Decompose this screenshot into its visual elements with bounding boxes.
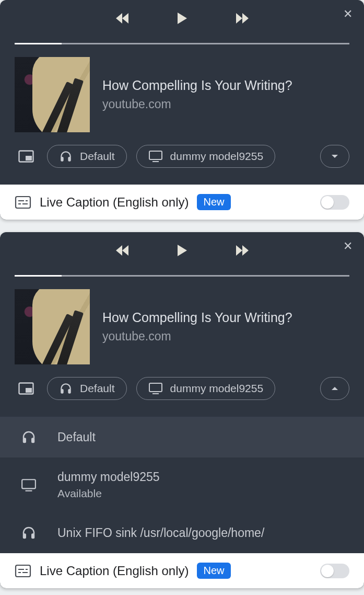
progress-fill <box>15 43 62 44</box>
display-output-pill[interactable]: dummy model9255 <box>136 145 276 168</box>
progress-bar[interactable] <box>15 275 349 277</box>
live-caption-label: Live Caption (English only) <box>40 195 189 210</box>
media-thumbnail <box>15 289 90 364</box>
media-meta: How Compelling Is Your Writing? youtube.… <box>102 78 292 111</box>
media-meta: How Compelling Is Your Writing? youtube.… <box>102 310 292 344</box>
media-thumbnail <box>15 57 90 132</box>
live-caption-bar: Live Caption (English only) New <box>0 553 364 588</box>
headphones-icon <box>21 429 37 445</box>
svg-rect-14 <box>68 389 71 394</box>
svg-rect-1 <box>26 156 32 161</box>
svg-rect-6 <box>16 197 30 208</box>
progress-fill <box>15 275 62 277</box>
svg-rect-23 <box>16 565 30 577</box>
media-control-panel-collapsed: ✕ How Compelling Is Your Writing? youtub… <box>0 0 364 220</box>
display-icon <box>21 478 37 492</box>
live-caption-bar: Live Caption (English only) New <box>0 185 364 220</box>
close-icon[interactable]: ✕ <box>343 241 353 252</box>
svg-rect-4 <box>149 151 162 159</box>
play-button[interactable] <box>177 12 188 25</box>
device-sublabel: Available <box>57 487 160 500</box>
device-label: dummy model9255 <box>57 470 160 484</box>
live-caption-label: Live Caption (English only) <box>40 564 189 578</box>
caption-icon <box>15 564 31 578</box>
forward-button[interactable] <box>234 244 250 257</box>
device-item-default[interactable]: Default <box>0 417 364 457</box>
svg-rect-22 <box>31 533 34 539</box>
device-label: Unix FIFO sink /usr/local/google/home/ <box>57 526 264 540</box>
collapse-devices-button[interactable] <box>320 377 349 400</box>
media-control-panel-expanded: ✕ How Compelling Is Your Writing? youtub… <box>0 232 364 588</box>
forward-button[interactable] <box>234 12 250 25</box>
media-info-row: How Compelling Is Your Writing? youtube.… <box>0 57 364 145</box>
svg-rect-21 <box>23 533 26 539</box>
pip-button[interactable] <box>15 377 38 400</box>
audio-output-label: Default <box>80 382 115 395</box>
media-title: How Compelling Is Your Writing? <box>102 78 292 93</box>
audio-output-label: Default <box>80 150 115 163</box>
svg-rect-18 <box>31 438 34 443</box>
svg-rect-2 <box>61 157 63 162</box>
device-list: Default dummy model9255 Available Unix F… <box>0 417 364 553</box>
expand-devices-button[interactable] <box>320 145 349 168</box>
progress-bar[interactable] <box>15 43 349 44</box>
media-source: youtube.com <box>102 97 292 111</box>
playback-controls: ✕ <box>0 0 364 43</box>
new-badge: New <box>197 563 230 579</box>
svg-rect-13 <box>61 389 63 394</box>
actions-row: Default dummy model9255 <box>0 377 364 417</box>
display-output-pill[interactable]: dummy model9255 <box>136 377 276 400</box>
media-source: youtube.com <box>102 329 292 344</box>
svg-rect-19 <box>22 479 36 488</box>
close-icon[interactable]: ✕ <box>343 8 353 20</box>
audio-output-pill[interactable]: Default <box>47 145 127 168</box>
device-item-fifo[interactable]: Unix FIFO sink /usr/local/google/home/ <box>0 512 364 553</box>
chevron-up-icon <box>331 386 338 391</box>
pip-button[interactable] <box>15 145 38 168</box>
media-info-row: How Compelling Is Your Writing? youtube.… <box>0 289 364 377</box>
live-caption-toggle[interactable] <box>320 195 349 210</box>
caption-icon <box>15 196 31 209</box>
actions-row: Default dummy model9255 <box>0 145 364 185</box>
svg-rect-12 <box>26 388 32 393</box>
play-button[interactable] <box>177 244 188 257</box>
device-item-display[interactable]: dummy model9255 Available <box>0 457 364 512</box>
rewind-button[interactable] <box>115 244 131 257</box>
svg-rect-15 <box>149 383 162 392</box>
new-badge: New <box>197 194 230 210</box>
media-title: How Compelling Is Your Writing? <box>102 310 292 325</box>
chevron-down-icon <box>331 154 338 159</box>
device-label: Default <box>57 430 96 444</box>
audio-output-pill[interactable]: Default <box>47 377 127 400</box>
live-caption-toggle[interactable] <box>320 564 349 578</box>
svg-rect-17 <box>23 438 26 443</box>
display-output-label: dummy model9255 <box>170 150 264 163</box>
headphones-icon <box>21 525 37 541</box>
rewind-button[interactable] <box>115 12 131 25</box>
svg-rect-3 <box>68 157 71 162</box>
display-output-label: dummy model9255 <box>170 382 264 395</box>
playback-controls: ✕ <box>0 232 364 275</box>
